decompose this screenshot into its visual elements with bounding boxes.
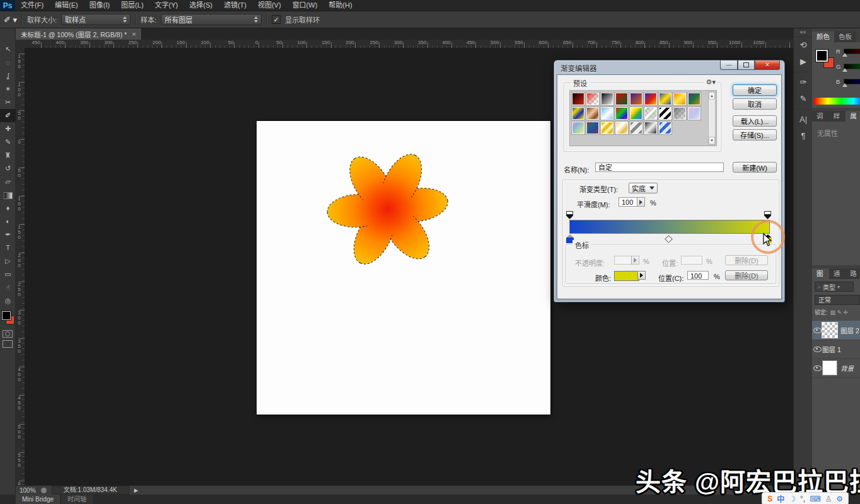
preset-pastel-multi[interactable] xyxy=(571,121,585,135)
soft-keyboard-icon[interactable]: ⌨ xyxy=(810,495,820,503)
slider-b[interactable]: B xyxy=(836,77,860,88)
menu-window[interactable]: 窗口(W) xyxy=(287,0,323,11)
document-tab[interactable]: 未标题-1 @ 100% (图层 2, RGB/8) * × xyxy=(16,28,142,40)
scroll-down-icon[interactable]: ▼ xyxy=(709,137,715,144)
menu-help[interactable]: 帮助(H) xyxy=(323,0,357,11)
person-icon[interactable]: ♙ xyxy=(825,495,832,503)
foreground-color-swatch[interactable] xyxy=(816,50,828,62)
lock-position-icon[interactable]: ✛ xyxy=(844,309,849,316)
zoom-tool[interactable]: ◎ xyxy=(0,294,16,307)
brush-tool[interactable]: ✎ xyxy=(0,135,16,149)
status-expand-icon[interactable]: ▶ xyxy=(134,488,138,493)
new-button[interactable]: 新建(W) xyxy=(733,162,777,173)
close-tab-icon[interactable]: × xyxy=(132,30,136,38)
panel-color-swatches[interactable] xyxy=(816,50,837,71)
preset-pastel-pink-blue[interactable] xyxy=(687,106,701,120)
preset-black-white[interactable] xyxy=(600,92,614,106)
show-sampling-ring-checkbox[interactable]: ✓ xyxy=(272,15,281,24)
color-swatch-arrow-icon[interactable] xyxy=(637,271,646,280)
name-input[interactable]: 自定 xyxy=(595,163,724,172)
preset-violet-green-orange[interactable] xyxy=(687,92,701,106)
layer-name[interactable]: 图层 2 xyxy=(840,326,859,335)
foreground-background-colors[interactable] xyxy=(0,310,16,328)
rectangle-tool[interactable]: ▭ xyxy=(0,268,16,281)
slider-handle-icon[interactable] xyxy=(842,83,847,87)
menu-layer[interactable]: 图层(L) xyxy=(115,0,149,11)
foreground-color-swatch[interactable] xyxy=(2,311,11,320)
dodge-tool[interactable]: ◐ xyxy=(0,215,16,228)
healing-brush-tool[interactable]: ✚ xyxy=(0,122,16,135)
menu-filter[interactable]: 滤镜(T) xyxy=(218,0,252,11)
slider-handle-icon[interactable] xyxy=(842,68,847,72)
tab-layers[interactable]: 图层 xyxy=(812,268,829,279)
bottom-tab-时间轴[interactable]: 时间轴 xyxy=(61,495,93,504)
tab-paths[interactable]: 路径 xyxy=(845,268,860,279)
type-tool[interactable]: T xyxy=(0,241,16,255)
pen-tool[interactable]: ✒ xyxy=(0,228,16,241)
crop-tool[interactable]: ✂ xyxy=(0,96,16,109)
preset-orange-yellow-orange[interactable] xyxy=(673,92,687,106)
visibility-toggle[interactable] xyxy=(812,328,822,333)
bottom-tab-mini-bridge[interactable]: Mini Bridge xyxy=(16,495,60,504)
hand-tool[interactable]: ☝ xyxy=(0,281,16,294)
path-selection-tool[interactable]: ▷ xyxy=(0,255,16,268)
elliptical-marquee-tool[interactable]: ◌ xyxy=(0,56,16,69)
preset-yellow-blue-stripes[interactable] xyxy=(571,106,585,120)
preset-transparent-stripes[interactable] xyxy=(644,106,658,120)
layer-row-1[interactable]: 图层 2 xyxy=(812,321,860,340)
preset-gold-stripes[interactable] xyxy=(600,121,614,135)
preset-transparent-gray[interactable] xyxy=(673,106,687,120)
layer-name[interactable]: 图层 1 xyxy=(822,345,841,354)
smoothness-dropdown-icon[interactable] xyxy=(637,197,645,207)
eyedropper-tool[interactable]: ✐ xyxy=(0,109,16,122)
blur-tool[interactable]: ♦ xyxy=(0,202,16,215)
preset-copper[interactable] xyxy=(586,106,600,120)
preset-spectrum[interactable] xyxy=(615,106,629,120)
preset-foreground-to-background[interactable] xyxy=(571,92,585,106)
gradient-type-select[interactable]: 实底 xyxy=(629,183,658,193)
brush-panel-icon[interactable]: ✎ xyxy=(794,91,813,107)
tab-adjustments[interactable]: 调整 xyxy=(812,111,829,122)
scroll-up-icon[interactable]: ▲ xyxy=(709,92,715,100)
minimize-button[interactable]: — xyxy=(720,60,738,70)
close-button[interactable]: ✕ xyxy=(755,60,780,70)
quick-mask-button[interactable] xyxy=(3,330,13,338)
location-c-input[interactable]: 100 xyxy=(687,271,709,280)
clone-stamp-tool[interactable]: ♜ xyxy=(0,149,16,162)
stop-color-swatch[interactable] xyxy=(614,271,639,281)
preset-violet-orange[interactable] xyxy=(629,92,643,106)
sogou-logo-icon[interactable]: S xyxy=(767,495,772,503)
menu-image[interactable]: 图像(I) xyxy=(84,0,115,11)
opacity-stop-right[interactable] xyxy=(764,211,771,219)
magic-wand-tool[interactable]: ✶ xyxy=(0,83,16,96)
zoom-level[interactable]: 100% xyxy=(20,487,36,494)
menu-file[interactable]: 文件(F) xyxy=(15,0,49,11)
layer-filter-kind-select[interactable]: ⌕ 类型 ▾ xyxy=(815,282,854,292)
presets-menu-gear-icon[interactable]: ⚙▾ xyxy=(705,78,717,86)
paragraph-panel-icon[interactable]: ¶ xyxy=(794,128,813,144)
preset-blue-yellow-blue[interactable] xyxy=(658,92,672,106)
tab-properties[interactable]: 属性 xyxy=(845,111,860,122)
wrench-icon[interactable]: ⚙ xyxy=(836,495,843,503)
menu-view[interactable]: 视图(V) xyxy=(252,0,287,11)
sample-select[interactable]: 所有图层 xyxy=(161,14,262,25)
gradient-preview-bar[interactable] xyxy=(569,220,770,234)
lasso-tool[interactable]: ʆ xyxy=(0,69,16,83)
menu-select[interactable]: 选择(S) xyxy=(183,0,218,11)
delete-color-stop-button[interactable]: 删除(D) xyxy=(725,270,768,280)
preset-transparent-rainbow[interactable] xyxy=(629,106,643,120)
move-tool[interactable]: ↖ xyxy=(0,43,16,56)
color-spectrum-ramp[interactable] xyxy=(814,98,860,105)
preset-foreground-to-transparent[interactable] xyxy=(586,92,600,106)
preset-noise-bw-stripes[interactable] xyxy=(658,106,672,120)
layer-thumbnail[interactable] xyxy=(822,323,837,338)
preset-black-white-black[interactable] xyxy=(644,121,658,135)
slider-r[interactable]: R xyxy=(836,47,860,57)
blend-mode-select[interactable]: 正常 xyxy=(815,295,860,305)
punctuation-icon[interactable]: °, xyxy=(800,495,805,503)
cancel-button[interactable]: 取消 xyxy=(733,98,777,110)
layer-row-2[interactable]: 图层 1 xyxy=(812,340,860,359)
save-button[interactable]: 存储(S)... xyxy=(733,129,777,140)
load-button[interactable]: 载入(L)... xyxy=(733,115,777,127)
menu-edit[interactable]: 编辑(E) xyxy=(49,0,84,11)
